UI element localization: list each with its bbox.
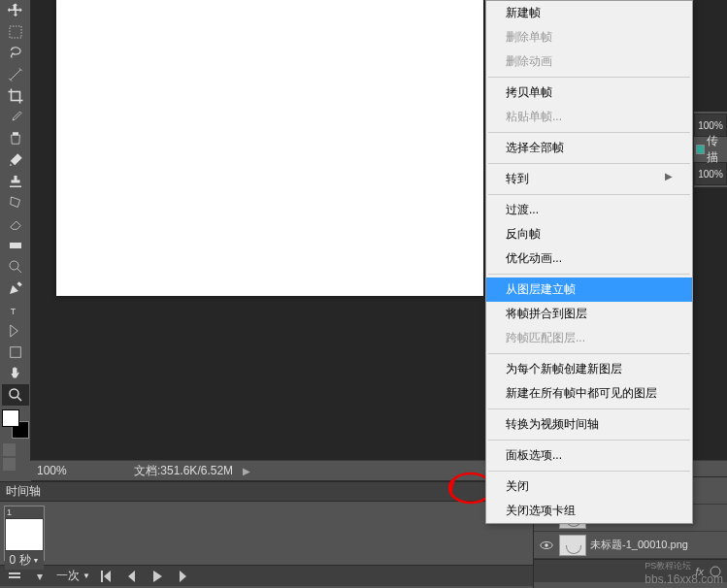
menu-frames-from-layers[interactable]: 从图层建立帧 — [486, 278, 692, 302]
menu-flatten-frames[interactable]: 将帧拼合到图层 — [486, 302, 692, 326]
lasso-tool[interactable] — [2, 43, 29, 64]
menu-paste-frame: 粘贴单帧... — [486, 105, 692, 129]
quickmask-icon[interactable] — [3, 443, 16, 456]
layer-row[interactable]: 未标题-1_00010.png — [534, 532, 727, 559]
quickmask-screenmode — [2, 442, 28, 472]
frame-preview — [6, 519, 43, 550]
menu-close-tab-group[interactable]: 关闭选项卡组 — [486, 499, 692, 523]
svg-rect-5 — [11, 347, 21, 358]
pen-tool[interactable] — [2, 278, 29, 299]
wand-tool[interactable] — [2, 64, 29, 85]
menu-separator — [488, 408, 690, 409]
loop-selector[interactable]: 一次▼ — [56, 568, 90, 584]
eyedropper-tool[interactable] — [2, 107, 29, 128]
svg-rect-1 — [13, 132, 18, 135]
dodge-tool[interactable] — [2, 256, 29, 278]
document-canvas[interactable] — [56, 0, 483, 296]
timeline-mode-icon[interactable] — [6, 569, 23, 584]
frame-1[interactable]: 1 0 秒▼ — [4, 506, 45, 561]
doc-info-dropdown[interactable]: ▶ — [243, 466, 250, 476]
svg-point-6 — [10, 389, 18, 398]
zoom-tool[interactable] — [2, 384, 29, 406]
eraser-tool[interactable] — [2, 213, 29, 235]
menu-copy-frame[interactable]: 拷贝单帧 — [486, 81, 692, 105]
shape-tool[interactable] — [2, 342, 29, 363]
menu-separator — [488, 440, 690, 441]
path-tool[interactable] — [2, 320, 29, 342]
foreground-color-swatch[interactable] — [2, 409, 19, 427]
menu-reverse-frames[interactable]: 反向帧 — [486, 222, 692, 246]
menu-go-to[interactable]: 转到▶ — [486, 167, 692, 191]
svg-rect-7 — [9, 572, 20, 574]
svg-rect-9 — [101, 571, 103, 582]
history-brush-tool[interactable] — [2, 192, 29, 213]
menu-match-layers: 跨帧匹配图层... — [486, 326, 692, 350]
menu-panel-options[interactable]: 面板选项... — [486, 443, 692, 468]
screenmode-icon[interactable] — [3, 458, 16, 471]
menu-new-layer-each-frame[interactable]: 为每个新帧创建新图层 — [486, 357, 692, 381]
menu-delete-frame: 删除单帧 — [486, 25, 692, 49]
color-swatches[interactable] — [2, 409, 29, 439]
layer-thumbnail — [559, 535, 586, 556]
menu-delete-animation: 删除动画 — [486, 49, 692, 74]
gradient-tool[interactable] — [2, 235, 29, 256]
right-side-panel: 100% 传描 100% — [694, 112, 727, 187]
first-frame-button[interactable] — [98, 569, 116, 584]
next-frame-button[interactable] — [174, 569, 191, 584]
menu-new-visible-layer[interactable]: 新建在所有帧中都可见的图层 — [486, 381, 692, 406]
tools-toolbar: T — [0, 0, 31, 461]
visibility-toggle[interactable] — [538, 537, 555, 554]
menu-new-frame[interactable]: 新建帧 — [486, 1, 692, 25]
watermark: PS教程论坛 bbs.16xx8.com — [644, 560, 723, 586]
heal-tool[interactable] — [2, 128, 29, 149]
frame-delay[interactable]: 0 秒▼ — [5, 551, 44, 570]
menu-separator — [488, 353, 690, 354]
frame-number: 1 — [5, 506, 44, 518]
move-tool[interactable] — [2, 0, 29, 21]
menu-separator — [488, 77, 690, 78]
menu-separator — [488, 471, 690, 472]
svg-text:T: T — [11, 307, 17, 316]
menu-separator — [488, 163, 690, 164]
type-tool[interactable]: T — [2, 299, 29, 320]
svg-rect-2 — [10, 243, 21, 248]
marquee-tool[interactable] — [2, 21, 29, 43]
menu-transition[interactable]: 过渡... — [486, 198, 692, 222]
svg-rect-8 — [9, 576, 20, 578]
play-button[interactable] — [149, 569, 166, 584]
timeline-title: 时间轴 — [6, 483, 41, 500]
menu-close[interactable]: 关闭 — [486, 474, 692, 499]
zoom-level[interactable]: 100% — [37, 464, 115, 477]
brush-tool[interactable] — [2, 149, 29, 171]
timeline-dropdown-icon[interactable]: ▾ — [31, 569, 49, 584]
timeline-context-menu: 新建帧 删除单帧 删除动画 拷贝单帧 粘贴单帧... 选择全部帧 转到▶ 过渡.… — [485, 0, 693, 524]
menu-select-all-frames[interactable]: 选择全部帧 — [486, 136, 692, 160]
svg-point-16 — [545, 543, 548, 547]
doc-info: 文档:351.6K/6.52M — [134, 463, 233, 479]
prev-frame-button[interactable] — [123, 569, 141, 584]
propagate-checkbox[interactable]: 传描 — [694, 139, 727, 160]
menu-separator — [488, 194, 690, 195]
crop-tool[interactable] — [2, 85, 29, 107]
menu-convert-video-timeline[interactable]: 转换为视频时间轴 — [486, 412, 692, 437]
menu-separator — [488, 132, 690, 133]
stamp-tool[interactable] — [2, 171, 29, 192]
menu-optimize-animation[interactable]: 优化动画... — [486, 246, 692, 271]
hand-tool[interactable] — [2, 363, 29, 384]
layer-name: 未标题-1_00010.png — [590, 538, 688, 552]
menu-separator — [488, 274, 690, 275]
svg-rect-0 — [10, 26, 21, 38]
